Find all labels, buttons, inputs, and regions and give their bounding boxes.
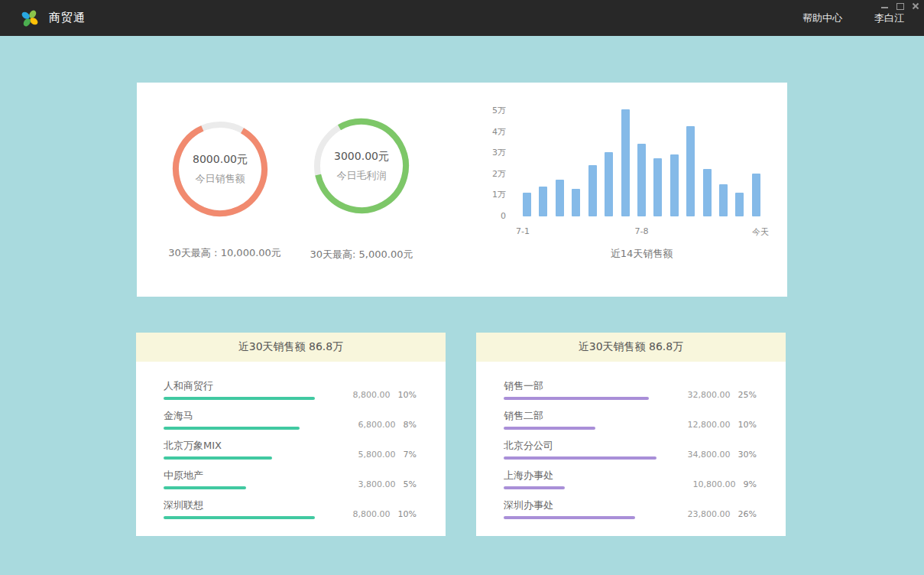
rank-bar	[164, 427, 300, 430]
maximize-icon[interactable]	[896, 2, 904, 9]
panel-title: 近30天销售额 86.8万	[238, 340, 343, 354]
app-title: 商贸通	[49, 11, 86, 25]
rank-percent: 7%	[404, 450, 417, 460]
rank-percent: 25%	[738, 390, 757, 400]
app-logo-icon	[20, 8, 40, 28]
rank-bar	[504, 427, 595, 430]
rank-label: 金海马	[164, 409, 324, 423]
rank-label: 深圳办事处	[504, 499, 664, 512]
rank-amount: 34,800.00	[688, 450, 731, 460]
panel-header: 近30天销售额 86.8万	[476, 333, 786, 362]
rank-percent: 30%	[738, 450, 757, 460]
today-profit-donut: 3000.00元 今日毛利润	[311, 115, 412, 216]
rank-row: 中原地产3,800.005%	[164, 464, 417, 494]
rank-value: 5,800.007%	[358, 450, 417, 460]
sales-bar	[686, 126, 695, 216]
today-profit-label: 今日毛利润	[337, 169, 387, 183]
rank-label: 北京万象MIX	[164, 439, 324, 453]
sales-bar	[752, 174, 760, 216]
today-sales-donut: 8000.00元 今日销售额	[170, 119, 271, 219]
minimize-icon[interactable]	[880, 2, 889, 9]
overview-panel: 8000.00元 今日销售额 30天最高：10,000.00元 3000.00元…	[137, 83, 787, 297]
rank-row: 深圳联想8,800.0010%	[164, 494, 417, 524]
sales-bar	[637, 144, 646, 216]
rank-label: 人和商贸行	[164, 379, 324, 393]
department-ranking-panel: 近30天销售额 86.8万 销售一部32,800.0025%销售二部12,800…	[476, 333, 786, 536]
rank-value: 10,800.009%	[693, 479, 757, 489]
rank-row: 销售一部32,800.0025%	[504, 375, 757, 404]
rank-bar	[164, 397, 315, 400]
rank-left: 中原地产	[164, 469, 324, 489]
window-controls	[880, 2, 919, 9]
bar-chart-caption: 近14天销售额	[523, 247, 760, 261]
panel-header: 近30天销售额 86.8万	[136, 333, 446, 362]
user-menu[interactable]: 李白江	[874, 11, 904, 25]
rank-label: 中原地产	[164, 469, 324, 482]
panel-title: 近30天销售额 86.8万	[579, 340, 683, 354]
today-sales-label: 今日销售额	[196, 172, 245, 186]
bar-plot	[523, 109, 760, 216]
rank-value: 32,800.0025%	[688, 390, 757, 400]
y-tick-label: 2万	[485, 169, 506, 180]
y-tick-label: 1万	[485, 190, 506, 200]
rank-value: 6,800.008%	[358, 420, 417, 430]
sales-bar	[556, 180, 564, 216]
rank-left: 金海马	[164, 409, 324, 430]
rank-left: 深圳办事处	[504, 499, 664, 519]
sales-bar	[572, 189, 580, 216]
rank-row: 北京分公司34,800.0030%	[504, 434, 757, 464]
y-tick-label: 0	[485, 211, 506, 222]
rank-value: 34,800.0030%	[688, 450, 757, 460]
rank-amount: 6,800.00	[358, 420, 396, 430]
donut-center: 8000.00元 今日销售额	[170, 119, 271, 219]
help-center-link[interactable]: 帮助中心	[802, 11, 842, 25]
rank-amount: 8,800.00	[353, 390, 391, 400]
rank-value: 23,800.0026%	[688, 509, 757, 519]
donut-center: 3000.00元 今日毛利润	[311, 115, 412, 216]
today-sales-value: 8000.00元	[193, 153, 248, 167]
rank-percent: 9%	[744, 479, 757, 489]
rank-bar	[504, 486, 565, 489]
rank-amount: 10,800.00	[693, 479, 736, 489]
rank-amount: 32,800.00	[688, 390, 731, 400]
rank-value: 12,800.0010%	[688, 420, 757, 430]
rank-bar	[504, 516, 635, 519]
y-tick-label: 5万	[485, 106, 506, 116]
rank-percent: 10%	[398, 509, 417, 519]
rank-left: 人和商贸行	[164, 379, 324, 400]
rank-left: 北京万象MIX	[164, 439, 324, 460]
rank-left: 北京分公司	[504, 439, 664, 460]
rank-label: 上海办事处	[504, 469, 664, 482]
rank-value: 8,800.0010%	[353, 390, 417, 400]
rank-bar	[164, 516, 315, 519]
rank-percent: 5%	[404, 479, 417, 489]
rank-amount: 8,800.00	[353, 509, 391, 519]
x-tick-label: 今天	[752, 226, 769, 238]
sales-bar	[653, 158, 662, 216]
rank-row: 人和商贸行8,800.0010%	[164, 375, 417, 404]
rank-left: 销售一部	[504, 379, 664, 400]
x-ticks: 7-17-8今天	[523, 226, 760, 239]
rank-row: 销售二部12,800.0010%	[504, 404, 757, 434]
x-tick-label: 7-1	[516, 226, 530, 236]
sales-bar	[621, 109, 630, 216]
x-tick-label: 7-8	[635, 226, 649, 236]
rank-label: 销售一部	[504, 379, 664, 393]
customer-ranking-panel: 近30天销售额 86.8万 人和商贸行8,800.0010%金海马6,800.0…	[136, 333, 446, 536]
rank-left: 销售二部	[504, 409, 664, 430]
rank-bar	[164, 486, 246, 489]
sales-bar	[605, 152, 613, 216]
panel-body: 人和商贸行8,800.0010%金海马6,800.008%北京万象MIX5,80…	[136, 362, 446, 524]
sales-bar	[703, 169, 712, 216]
rank-percent: 10%	[738, 420, 757, 430]
rank-left: 上海办事处	[504, 469, 664, 489]
sales-bar	[735, 193, 744, 216]
rank-amount: 23,800.00	[688, 509, 731, 519]
titlebar: 商贸通 帮助中心 李白江	[0, 0, 924, 36]
sales-bar	[523, 193, 531, 216]
panel-body: 销售一部32,800.0025%销售二部12,800.0010%北京分公司34,…	[476, 362, 786, 524]
sales-bar	[670, 154, 679, 216]
close-icon[interactable]	[911, 2, 919, 9]
rank-label: 北京分公司	[504, 439, 664, 453]
rank-percent: 26%	[738, 509, 757, 519]
